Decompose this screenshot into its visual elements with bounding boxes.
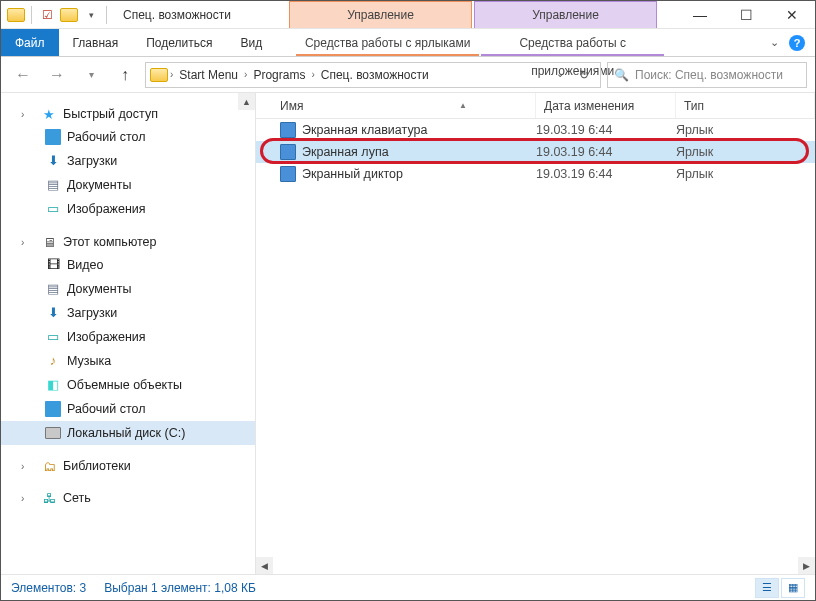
chevron-right-icon[interactable]: › — [21, 461, 31, 472]
sort-asc-icon: ▲ — [459, 101, 467, 110]
document-icon: ▤ — [45, 281, 61, 297]
network-icon: 🖧 — [41, 490, 57, 506]
breadcrumb-seg[interactable]: Start Menu — [175, 68, 242, 82]
separator — [106, 6, 107, 24]
close-button[interactable]: ✕ — [769, 1, 815, 29]
navigation-pane: ▲ › ★ Быстрый доступ Рабочий стол ⬇Загру… — [1, 93, 256, 574]
refresh-icon[interactable]: ↻ — [572, 68, 596, 82]
star-icon: ★ — [41, 106, 57, 122]
search-placeholder: Поиск: Спец. возможности — [635, 68, 783, 82]
tab-view[interactable]: Вид — [226, 29, 276, 56]
window-controls: — ☐ ✕ — [677, 1, 815, 29]
sidebar-documents[interactable]: ▤Документы — [1, 173, 255, 197]
search-input[interactable]: 🔍 Поиск: Спец. возможности — [607, 62, 807, 88]
sidebar-pictures[interactable]: ▭Изображения — [1, 197, 255, 221]
label: Библиотеки — [63, 459, 131, 473]
sidebar-documents2[interactable]: ▤Документы — [1, 277, 255, 301]
search-icon: 🔍 — [614, 68, 629, 82]
sidebar-desktop2[interactable]: Рабочий стол — [1, 397, 255, 421]
navigation-bar: ← → ▾ ↑ › Start Menu › Programs › Спец. … — [1, 57, 815, 93]
disk-icon — [45, 425, 61, 441]
download-icon: ⬇ — [45, 153, 61, 169]
col-type[interactable]: Тип — [676, 93, 815, 118]
ribbon-collapse-icon[interactable]: ⌄ — [770, 36, 779, 49]
up-button[interactable]: ↑ — [111, 61, 139, 89]
properties-icon[interactable]: ☑ — [38, 6, 56, 24]
document-icon: ▤ — [45, 177, 61, 193]
shortcut-icon — [280, 166, 296, 182]
new-folder-icon[interactable] — [60, 6, 78, 24]
tab-app-tools[interactable]: Средства работы с приложениями — [481, 29, 664, 56]
minimize-button[interactable]: — — [677, 1, 723, 29]
chevron-right-icon[interactable]: › — [244, 69, 247, 80]
objects3d-icon: ◧ — [45, 377, 61, 393]
status-selection: Выбран 1 элемент: 1,08 КБ — [104, 581, 256, 595]
this-pc-group[interactable]: › 🖥 Этот компьютер — [1, 231, 255, 253]
maximize-button[interactable]: ☐ — [723, 1, 769, 29]
sidebar-desktop[interactable]: Рабочий стол — [1, 125, 255, 149]
sidebar-pictures2[interactable]: ▭Изображения — [1, 325, 255, 349]
network-group[interactable]: › 🖧 Сеть — [1, 487, 255, 509]
breadcrumb-seg[interactable]: Спец. возможности — [317, 68, 433, 82]
pictures-icon: ▭ — [45, 201, 61, 217]
folder-icon — [150, 66, 168, 84]
context-tab-headers: Управление Управление — [289, 1, 657, 28]
chevron-right-icon[interactable]: › — [311, 69, 314, 80]
label: Сеть — [63, 491, 91, 505]
sidebar-videos[interactable]: 🎞Видео — [1, 253, 255, 277]
explorer-window: ☑ ▾ Спец. возможности Управление Управле… — [0, 0, 816, 601]
titlebar: ☑ ▾ Спец. возможности Управление Управле… — [1, 1, 815, 29]
scroll-up-icon[interactable]: ▲ — [238, 93, 255, 110]
libraries-group[interactable]: › 🗂 Библиотеки — [1, 455, 255, 477]
recent-dropdown-icon[interactable]: ▾ — [77, 61, 105, 89]
column-headers: Имя ▲ Дата изменения Тип — [256, 93, 815, 119]
back-button[interactable]: ← — [9, 61, 37, 89]
scroll-right-icon[interactable]: ▶ — [798, 557, 815, 574]
quick-access-group[interactable]: › ★ Быстрый доступ — [1, 103, 255, 125]
view-mode-switcher: ☰ ▦ — [755, 578, 805, 598]
shortcut-icon — [280, 122, 296, 138]
tab-shortcut-tools[interactable]: Средства работы с ярлыками — [296, 29, 479, 56]
folder-icon — [7, 6, 25, 24]
libraries-icon: 🗂 — [41, 458, 57, 474]
file-row[interactable]: Экранный диктор 19.03.19 6:44 Ярлык — [256, 163, 815, 185]
tab-file[interactable]: Файл — [1, 29, 59, 56]
qat-dropdown-icon[interactable]: ▾ — [82, 6, 100, 24]
desktop-icon — [45, 401, 61, 417]
pictures-icon: ▭ — [45, 329, 61, 345]
chevron-right-icon[interactable]: › — [21, 109, 31, 120]
help-icon[interactable]: ? — [789, 35, 805, 51]
quick-access-toolbar: ☑ ▾ — [1, 6, 115, 24]
chevron-right-icon[interactable]: › — [21, 493, 31, 504]
sidebar-downloads2[interactable]: ⬇Загрузки — [1, 301, 255, 325]
thumbnails-view-button[interactable]: ▦ — [781, 578, 805, 598]
pc-icon: 🖥 — [41, 234, 57, 250]
ribbon-tabs: Файл Главная Поделиться Вид Средства раб… — [1, 29, 815, 57]
address-dropdown-icon[interactable]: ⌄ — [548, 68, 572, 82]
scroll-left-icon[interactable]: ◀ — [256, 557, 273, 574]
sidebar-local-disk[interactable]: Локальный диск (C:) — [1, 421, 255, 445]
video-icon: 🎞 — [45, 257, 61, 273]
explorer-body: ▲ › ★ Быстрый доступ Рабочий стол ⬇Загру… — [1, 93, 815, 574]
tab-share[interactable]: Поделиться — [132, 29, 226, 56]
chevron-right-icon[interactable]: › — [170, 69, 173, 80]
tab-home[interactable]: Главная — [59, 29, 133, 56]
music-icon: ♪ — [45, 353, 61, 369]
context-header-shortcut: Управление — [289, 1, 472, 28]
col-name[interactable]: Имя ▲ — [256, 93, 536, 118]
forward-button: → — [43, 61, 71, 89]
separator — [31, 6, 32, 24]
sidebar-downloads[interactable]: ⬇Загрузки — [1, 149, 255, 173]
file-row[interactable]: Экранная лупа 19.03.19 6:44 Ярлык — [256, 141, 815, 163]
chevron-right-icon[interactable]: › — [21, 237, 31, 248]
status-bar: Элементов: 3 Выбран 1 элемент: 1,08 КБ ☰… — [1, 574, 815, 600]
col-date[interactable]: Дата изменения — [536, 93, 676, 118]
file-row[interactable]: Экранная клавиатура 19.03.19 6:44 Ярлык — [256, 119, 815, 141]
content-pane: Имя ▲ Дата изменения Тип Экранная клавиа… — [256, 93, 815, 574]
breadcrumb-seg[interactable]: Programs — [249, 68, 309, 82]
details-view-button[interactable]: ☰ — [755, 578, 779, 598]
address-bar[interactable]: › Start Menu › Programs › Спец. возможно… — [145, 62, 601, 88]
sidebar-3dobjects[interactable]: ◧Объемные объекты — [1, 373, 255, 397]
shortcut-icon — [280, 144, 296, 160]
sidebar-music[interactable]: ♪Музыка — [1, 349, 255, 373]
